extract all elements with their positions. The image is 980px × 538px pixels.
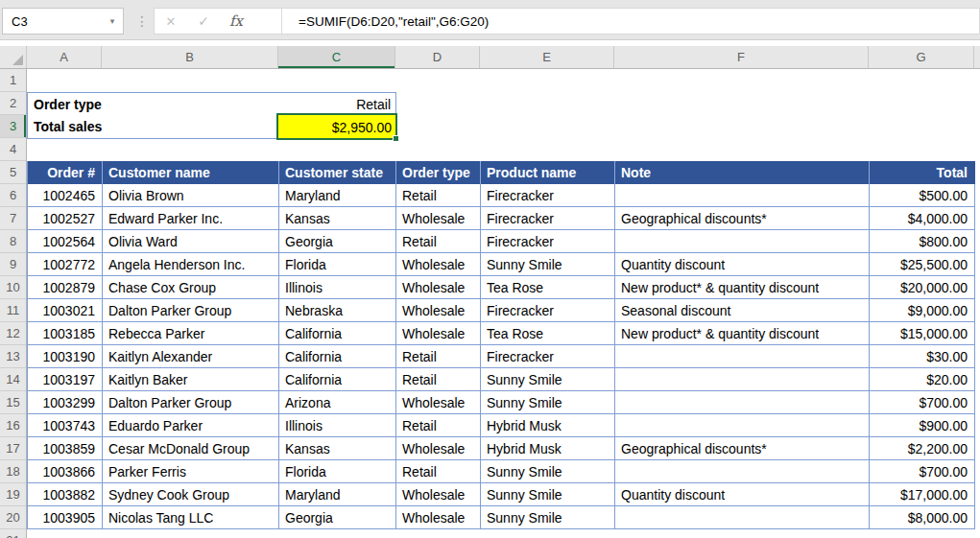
table-cell[interactable]: Parker Ferris [103,460,279,483]
table-cell[interactable]: Sunny Smile [481,483,615,506]
row-header-17[interactable]: 17 [0,437,26,460]
table-cell[interactable]: $8,000.00 [870,506,975,529]
table-cell[interactable]: $20,000.00 [870,276,975,299]
row-header-6[interactable]: 6 [0,184,26,207]
row-header-7[interactable]: 7 [0,207,26,230]
column-header-E[interactable]: E [480,46,614,68]
table-cell[interactable]: Sunny Smile [481,460,615,483]
table-cell[interactable]: $15,000.00 [870,322,975,345]
column-header-A[interactable]: A [27,46,102,68]
table-cell[interactable]: 1003859 [28,437,103,460]
table-header-cell[interactable]: Order # [28,161,103,184]
row-header-8[interactable]: 8 [0,230,26,253]
table-cell[interactable]: Sunny Smile [481,368,615,391]
table-cell[interactable]: Sydney Cook Group [103,483,279,506]
table-cell[interactable]: Dalton Parker Group [103,391,279,414]
table-cell[interactable]: 1002879 [28,276,103,299]
row-header-5[interactable]: 5 [0,161,26,184]
table-cell[interactable]: Seasonal discount [615,299,870,322]
table-header-cell[interactable]: Customer state [279,161,396,184]
table-cell[interactable]: 1003021 [28,299,103,322]
table-cell[interactable]: California [279,322,396,345]
table-cell[interactable]: 1003190 [28,345,103,368]
table-header-cell[interactable]: Total [870,161,975,184]
table-cell[interactable]: $17,000.00 [870,483,975,506]
table-cell[interactable]: Chase Cox Group [103,276,279,299]
table-cell[interactable]: $500.00 [870,184,975,207]
table-cell[interactable]: 1003743 [28,414,103,437]
table-cell[interactable]: $25,500.00 [870,253,975,276]
column-header-C[interactable]: C [278,46,395,68]
table-cell[interactable] [615,414,870,437]
table-cell[interactable]: California [279,368,396,391]
table-cell[interactable]: Maryland [279,483,396,506]
table-cell[interactable]: Georgia [279,230,396,253]
row-header-4[interactable]: 4 [0,138,26,161]
table-cell[interactable]: New product* & quantity discount [615,322,870,345]
cancel-icon[interactable]: ✕ [155,14,187,29]
table-cell[interactable]: Firecracker [481,184,615,207]
row-header-19[interactable]: 19 [0,483,26,506]
row-header-11[interactable]: 11 [0,299,26,322]
table-cell[interactable]: 1002564 [28,230,103,253]
table-cell[interactable]: New product* & quantity discount [615,276,870,299]
row-header-21[interactable]: 21 [0,529,26,538]
table-cell[interactable]: Geographical discounts* [615,437,870,460]
formula-bar-drag-handle-icon[interactable]: ⋮ [132,8,152,35]
table-cell[interactable]: 1002527 [28,207,103,230]
formula-input[interactable]: =SUMIF(D6:D20,"retail",G6:G20) [282,14,489,29]
table-cell[interactable]: $30.00 [870,345,975,368]
table-cell[interactable]: Tea Rose [481,276,615,299]
table-cell[interactable]: Illinois [279,276,396,299]
table-cell[interactable]: Hybrid Musk [481,437,615,460]
total-sales-label-cell[interactable]: Total sales [27,115,279,139]
table-cell[interactable]: Sunny Smile [481,391,615,414]
enter-icon[interactable]: ✓ [187,13,220,29]
column-header-D[interactable]: D [395,46,480,68]
select-all-button[interactable] [0,46,27,68]
table-cell[interactable]: Retail [396,368,481,391]
column-header-G[interactable]: G [869,46,974,68]
column-header-B[interactable]: B [102,46,278,68]
table-cell[interactable]: 1003882 [28,483,103,506]
row-header-16[interactable]: 16 [0,414,26,437]
table-cell[interactable]: Tea Rose [481,322,615,345]
table-cell[interactable]: Geographical discounts* [615,207,870,230]
name-box-dropdown-icon[interactable]: ▾ [102,16,123,26]
table-cell[interactable]: Wholesale [396,483,481,506]
table-cell[interactable] [615,506,870,529]
row-header-14[interactable]: 14 [0,368,26,391]
table-cell[interactable]: Rebecca Parker [103,322,279,345]
table-cell[interactable]: Illinois [279,414,396,437]
table-cell[interactable]: Kansas [279,437,396,460]
table-cell[interactable] [615,345,870,368]
table-cell[interactable]: 1003197 [28,368,103,391]
table-cell[interactable]: Kaitlyn Alexander [103,345,279,368]
table-cell[interactable]: Maryland [279,184,396,207]
table-cell[interactable]: Wholesale [396,207,481,230]
table-cell[interactable]: Kansas [279,207,396,230]
table-cell[interactable]: Arizona [279,391,396,414]
table-cell[interactable] [615,391,870,414]
table-cell[interactable]: Kaitlyn Baker [103,368,279,391]
table-cell[interactable] [615,184,870,207]
total-sales-value-cell[interactable]: $2,950.00 [278,115,396,139]
row-header-13[interactable]: 13 [0,345,26,368]
row-header-18[interactable]: 18 [0,460,26,483]
table-cell[interactable]: Wholesale [396,391,481,414]
table-cell[interactable]: Hybrid Musk [481,414,615,437]
row-header-2[interactable]: 2 [0,92,26,115]
table-cell[interactable]: $20.00 [870,368,975,391]
table-cell[interactable]: Retail [396,230,481,253]
table-cell[interactable]: $2,200.00 [870,437,975,460]
row-header-10[interactable]: 10 [0,276,26,299]
table-header-cell[interactable]: Customer name [103,161,279,184]
table-cell[interactable]: Firecracker [481,230,615,253]
name-box[interactable]: C3 ▾ [2,8,124,35]
table-cell[interactable]: Dalton Parker Group [103,299,279,322]
table-cell[interactable]: $9,000.00 [870,299,975,322]
table-cell[interactable]: $700.00 [870,391,975,414]
table-cell[interactable]: Georgia [279,506,396,529]
table-cell[interactable]: Florida [279,253,396,276]
table-cell[interactable]: 1003866 [28,460,103,483]
